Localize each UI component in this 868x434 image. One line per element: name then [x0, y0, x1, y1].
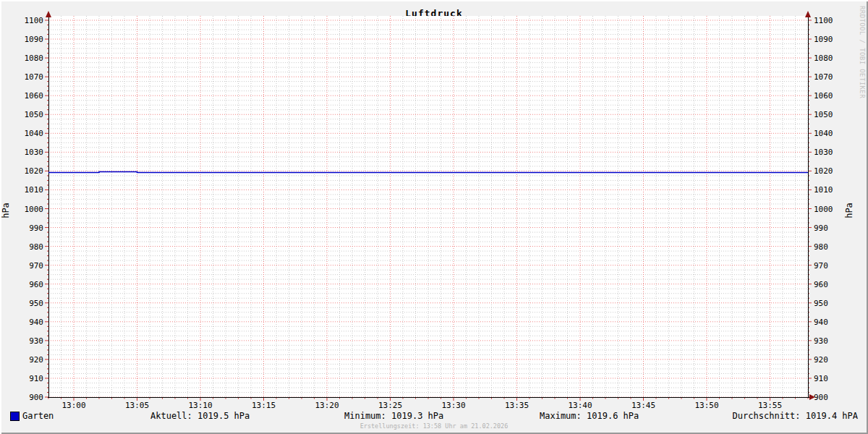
y-tick-label-right: 1030: [814, 148, 833, 157]
y-tick-label-right: 900: [814, 393, 828, 402]
x-tick-label: 13:50: [694, 401, 718, 410]
y-tick-label-left: 910: [29, 374, 43, 383]
y-tick-label-right: 1060: [814, 91, 833, 101]
y-tick-label-left: 990: [29, 224, 43, 233]
y-tick-label-right: 1040: [814, 129, 833, 138]
y-tick-label-left: 940: [29, 318, 43, 327]
y-tick-label-left: 1050: [25, 110, 44, 119]
y-tick-label-right: 980: [814, 242, 828, 252]
y-tick-label-right: 1020: [814, 166, 833, 176]
y-tick-label-left: 1040: [25, 129, 44, 138]
y-tick-label-right: 930: [814, 336, 828, 346]
stat-maximum: Maximum: 1019.6 hPa: [540, 411, 639, 421]
y-tick-label-right: 1080: [814, 54, 833, 63]
stat-durchschnitt: Durchschnitt: 1019.4 hPA: [733, 411, 858, 421]
legend-label-garten: Garten: [22, 411, 54, 421]
arrow-up-right: [805, 11, 811, 17]
y-tick-label-left: 1090: [25, 35, 44, 44]
x-tick-label: 13:20: [315, 401, 339, 410]
x-tick-label: 13:25: [378, 401, 402, 410]
y-tick-label-left: 1070: [25, 72, 44, 82]
legend-swatch-garten: [10, 412, 20, 421]
y-tick-label-right: 920: [814, 355, 828, 365]
y-tick-label-right: 960: [814, 280, 828, 289]
y-tick-label-right: 1100: [814, 16, 833, 25]
x-tick-label: 13:10: [188, 401, 212, 410]
arrow-up-left: [46, 11, 51, 17]
x-tick-label: 13:15: [252, 401, 276, 410]
y-tick-label-right: 1090: [814, 35, 833, 44]
x-tick-label: 13:35: [505, 401, 529, 410]
y-tick-label-right: 940: [814, 318, 828, 327]
y-axis-title-left: hPa: [1, 189, 11, 232]
stat-minimum: Minimum: 1019.3 hPa: [344, 411, 443, 421]
y-tick-label-right: 950: [814, 299, 828, 308]
y-tick-label-left: 1100: [25, 16, 44, 25]
y-tick-label-right: 1010: [814, 185, 833, 195]
creation-time-footer: Erstellungszeit: 13:58 Uhr am 21.02.2026: [0, 422, 868, 430]
y-tick-label-right: 990: [814, 224, 828, 233]
y-tick-label-left: 1080: [25, 54, 44, 63]
y-tick-label-left: 980: [29, 242, 43, 252]
y-tick-label-left: 970: [29, 261, 43, 271]
y-tick-label-left: 1060: [25, 91, 44, 101]
y-tick-label-left: 950: [29, 299, 43, 308]
y-tick-label-right: 970: [814, 261, 828, 271]
y-tick-label-right: 1070: [814, 72, 833, 82]
y-tick-label-left: 920: [29, 355, 43, 365]
rrdtool-watermark: RRDTOOL / TOBI OETIKER: [859, 6, 866, 98]
x-tick-label: 13:55: [758, 401, 782, 410]
y-tick-label-left: 1030: [25, 148, 44, 157]
x-tick-label: 13:05: [125, 401, 149, 410]
rrdtool-graph: Luftdruck 110011001090109010801080107010…: [0, 0, 868, 434]
y-tick-label-right: 1050: [814, 110, 833, 119]
y-axis-title-right: hPa: [844, 189, 854, 232]
x-tick-label: 13:00: [61, 401, 85, 410]
y-tick-label-left: 900: [29, 393, 43, 402]
y-tick-label-left: 960: [29, 280, 43, 289]
stat-aktuell: Aktuell: 1019.5 hPa: [150, 411, 250, 421]
y-tick-label-left: 1020: [25, 166, 44, 176]
y-tick-label-left: 1000: [25, 205, 44, 214]
y-tick-label-left: 930: [29, 336, 43, 346]
x-tick-label: 13:40: [568, 401, 592, 410]
y-tick-label-right: 1000: [814, 205, 833, 214]
y-tick-label-right: 910: [814, 374, 828, 383]
y-tick-label-left: 1010: [25, 185, 44, 195]
x-tick-label: 13:45: [631, 401, 655, 410]
plot-svg: 1100110010901090108010801070107010601060…: [0, 0, 868, 434]
x-tick-label: 13:30: [441, 401, 465, 410]
